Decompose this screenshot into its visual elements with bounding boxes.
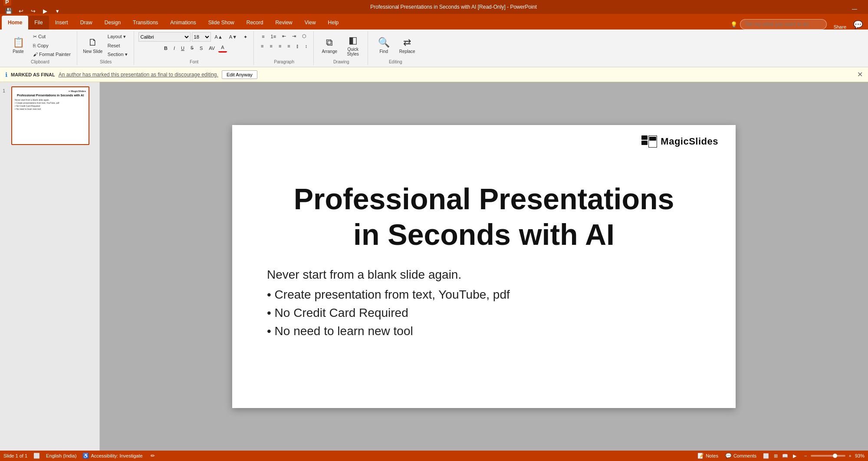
slide-info: Slide 1 of 1: [3, 453, 27, 458]
notes-icon: 📝: [697, 453, 704, 459]
line-spacing-btn[interactable]: ↕: [302, 42, 310, 50]
decrease-font-btn[interactable]: A▼: [227, 33, 240, 41]
titlebar: P 💾 ↩ ↪ ▶ ▾ Professional Presentations i…: [0, 0, 868, 14]
slide-content-area: Professional Presentations in Seconds wi…: [232, 125, 736, 408]
para-row2: ≡ ≡ ≡ ≡ ⫿ ↕: [258, 42, 310, 50]
columns-btn[interactable]: ⫿: [294, 42, 302, 50]
notification-icon: ℹ: [5, 71, 7, 78]
layout-btn[interactable]: Layout ▾: [105, 33, 130, 41]
copy-btn[interactable]: ⎘ Copy: [30, 42, 73, 49]
font-row2: B I U S̶ S AV A: [161, 43, 227, 53]
slide-canvas[interactable]: MagicSlides Professional Presentations i…: [232, 125, 736, 408]
slide-thumb-wrapper: 1 ▪▪ MagicSlides Professional Presentati…: [3, 86, 97, 145]
decrease-indent-btn[interactable]: ⇤: [279, 32, 289, 40]
slide-title-line2: in Seconds with AI: [353, 218, 615, 251]
tab-home[interactable]: Home: [2, 16, 28, 30]
reset-btn[interactable]: Reset: [105, 42, 130, 49]
comments-label: Comments: [733, 453, 756, 458]
statusbar: Slide 1 of 1 ⬜ English (India) ♿ Accessi…: [0, 451, 868, 461]
align-right-btn[interactable]: ≡: [276, 42, 284, 50]
align-center-btn[interactable]: ≡: [267, 42, 275, 50]
zoom-out-btn[interactable]: −: [802, 452, 809, 459]
find-label: Find: [379, 49, 388, 54]
thumb-line-1: • Create presentations from text, YouTub…: [15, 102, 86, 105]
drawing-buttons: ⧉ Arrange ◧ Quick Styles: [318, 32, 364, 59]
slide-sorter-btn[interactable]: ⊞: [771, 452, 780, 460]
arrange-btn[interactable]: ⧉ Arrange: [318, 33, 341, 58]
tab-review[interactable]: Review: [269, 16, 298, 30]
bullets-btn[interactable]: ≡: [259, 33, 267, 40]
edit-anyway-button[interactable]: Edit Anyway: [222, 70, 257, 79]
svg-rect-8: [649, 137, 656, 141]
tell-me-area: 💡: [727, 19, 830, 30]
accessibility-icon: ♿: [82, 453, 89, 459]
slideshow-view-btn[interactable]: ▶: [790, 452, 799, 460]
zoom-in-btn[interactable]: +: [847, 452, 853, 459]
font-family-select[interactable]: Calibri: [138, 32, 191, 42]
tab-transitions[interactable]: Transitions: [127, 16, 164, 30]
slide-thumbnail[interactable]: ▪▪ MagicSlides Professional Presentation…: [11, 86, 89, 145]
underline-btn[interactable]: U: [178, 44, 187, 52]
section-btn[interactable]: Section ▾: [105, 50, 130, 59]
zoom-slider[interactable]: [811, 455, 845, 457]
tab-design[interactable]: Design: [99, 16, 127, 30]
notification-bar: ℹ MARKED AS FINAL An author has marked t…: [0, 67, 868, 82]
notification-message[interactable]: An author has marked this presentation a…: [59, 72, 218, 78]
paste-btn[interactable]: 📋 Paste: [7, 33, 30, 58]
slides-small-btns: Layout ▾ Reset Section ▾: [105, 33, 130, 59]
share-btn[interactable]: Share: [830, 24, 850, 30]
justify-btn[interactable]: ≡: [285, 42, 293, 50]
find-btn[interactable]: 🔍 Find: [372, 33, 395, 58]
notes-btn[interactable]: 📝 Notes: [696, 452, 720, 460]
tab-file[interactable]: File: [28, 16, 49, 30]
tab-slideshow[interactable]: Slide Show: [202, 16, 240, 30]
quick-styles-btn[interactable]: ◧ Quick Styles: [342, 33, 364, 58]
slide-logo-text: MagicSlides: [661, 136, 718, 147]
slide-main-title: Professional Presentations in Seconds wi…: [267, 181, 701, 252]
notification-close[interactable]: ✕: [857, 70, 863, 79]
tab-draw[interactable]: Draw: [74, 16, 99, 30]
slide-bullet-1: • No Credit Card Required: [267, 306, 701, 320]
zoom-area: − + 93%: [802, 452, 865, 459]
reading-view-btn[interactable]: 📖: [781, 452, 789, 460]
accessibility-btn[interactable]: ♿ Accessibility: Investigate: [81, 452, 144, 460]
increase-indent-btn[interactable]: ⇥: [289, 32, 299, 40]
bold-btn[interactable]: B: [161, 44, 170, 52]
view-buttons: ⬜ ⊞ 📖 ▶: [762, 452, 799, 460]
tab-view[interactable]: View: [299, 16, 322, 30]
clear-format-btn[interactable]: ✦: [241, 33, 250, 41]
font-size-select[interactable]: 18: [192, 32, 211, 42]
tab-help[interactable]: Help: [322, 16, 345, 30]
comments-statusbar-btn[interactable]: 💬 Comments: [723, 452, 758, 460]
tab-record[interactable]: Record: [240, 16, 270, 30]
new-slide-btn[interactable]: 🗋 New Slide: [82, 33, 104, 58]
comments-ribbon-btn[interactable]: 💬: [850, 20, 866, 30]
normal-view-btn[interactable]: ⬜: [762, 452, 770, 460]
tab-animations[interactable]: Animations: [164, 16, 202, 30]
clipboard-group: 📋 Paste ✂ Cut ⎘ Copy 🖌 Format Painter Cl…: [3, 31, 77, 65]
font-color-btn[interactable]: A: [218, 43, 227, 53]
increase-font-btn[interactable]: A▲: [212, 33, 225, 41]
align-left-btn[interactable]: ≡: [258, 42, 266, 50]
ink-btn[interactable]: ✏: [149, 452, 157, 460]
strikethrough-btn[interactable]: S̶: [188, 44, 196, 52]
spacing-btn[interactable]: AV: [206, 44, 217, 52]
replace-btn[interactable]: ⇄ Replace: [396, 33, 418, 58]
font-row1: Calibri 18 A▲ A▼ ✦: [138, 32, 250, 42]
slide-number-label: 1: [3, 88, 9, 93]
window-title: Professional Presentations in Seconds wi…: [370, 4, 537, 10]
italic-btn[interactable]: I: [171, 44, 178, 52]
paste-icon: 📋: [13, 37, 24, 48]
zoom-percent: 93%: [855, 453, 865, 458]
smartart-btn[interactable]: ⬡: [299, 32, 309, 40]
tab-insert[interactable]: Insert: [49, 16, 74, 30]
tell-me-input[interactable]: [740, 19, 827, 30]
clipboard-label: Clipboard: [31, 59, 49, 64]
format-painter-btn[interactable]: 🖌 Format Painter: [30, 50, 73, 58]
fit-slide-icon: ⬜: [33, 453, 40, 459]
cut-btn[interactable]: ✂ Cut: [30, 33, 73, 41]
numbering-btn[interactable]: 1≡: [268, 33, 279, 40]
shadow-btn[interactable]: S: [197, 44, 205, 52]
zoom-slider-thumb: [833, 454, 837, 458]
fit-slide-btn[interactable]: ⬜: [32, 452, 42, 460]
